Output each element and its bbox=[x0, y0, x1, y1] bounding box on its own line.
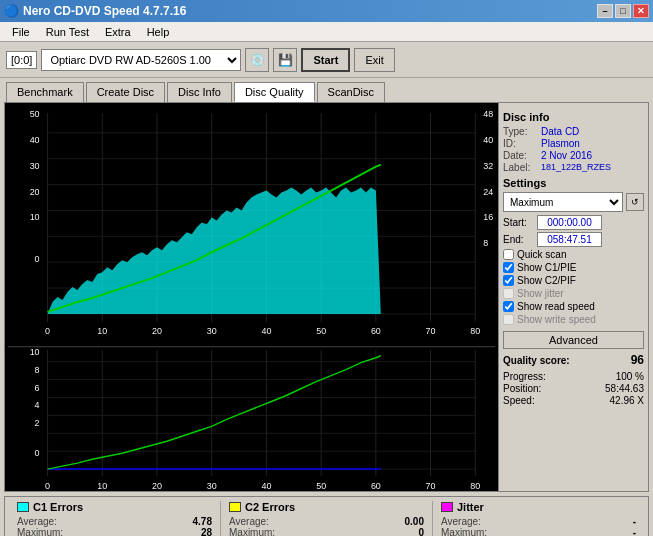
disc-type-row: Type: Data CD bbox=[503, 126, 644, 137]
jitter-max-value: - bbox=[633, 527, 636, 536]
menu-file[interactable]: File bbox=[4, 24, 38, 40]
drive-label: [0:0] bbox=[6, 51, 37, 69]
svg-text:40: 40 bbox=[483, 135, 493, 145]
svg-text:0: 0 bbox=[35, 254, 40, 264]
svg-text:40: 40 bbox=[261, 481, 271, 491]
show-read-speed-row: Show read speed bbox=[503, 301, 644, 312]
c2-avg-value: 0.00 bbox=[405, 516, 424, 527]
settings-refresh-icon[interactable]: ↺ bbox=[626, 193, 644, 211]
end-field-row: End: 058:47.51 bbox=[503, 232, 644, 247]
svg-text:50: 50 bbox=[316, 481, 326, 491]
close-button[interactable]: ✕ bbox=[633, 4, 649, 18]
svg-text:10: 10 bbox=[97, 481, 107, 491]
tab-disc-quality[interactable]: Disc Quality bbox=[234, 82, 315, 102]
show-c1pie-checkbox[interactable] bbox=[503, 262, 514, 273]
advanced-button[interactable]: Advanced bbox=[503, 331, 644, 349]
quality-score-label: Quality score: bbox=[503, 355, 570, 366]
disc-icon-button[interactable]: 💿 bbox=[245, 48, 269, 72]
svg-text:20: 20 bbox=[30, 187, 40, 197]
progress-section: Progress: 100 % Position: 58:44.63 Speed… bbox=[503, 371, 644, 406]
show-c2pif-label: Show C2/PIF bbox=[517, 275, 576, 286]
start-field-value[interactable]: 000:00.00 bbox=[537, 215, 602, 230]
svg-text:30: 30 bbox=[207, 481, 217, 491]
svg-text:6: 6 bbox=[35, 383, 40, 393]
c1-errors-title: C1 Errors bbox=[17, 501, 212, 513]
c1-color-box bbox=[17, 502, 29, 512]
jitter-color-box bbox=[441, 502, 453, 512]
show-c2pif-row: Show C2/PIF bbox=[503, 275, 644, 286]
label-value: 181_122B_RZES bbox=[541, 162, 611, 173]
disc-id-row: ID: Plasmon bbox=[503, 138, 644, 149]
disc-date-row: Date: 2 Nov 2016 bbox=[503, 150, 644, 161]
svg-text:8: 8 bbox=[35, 365, 40, 375]
start-button[interactable]: Start bbox=[301, 48, 350, 72]
svg-text:70: 70 bbox=[426, 481, 436, 491]
c2-errors-group: C2 Errors Average: 0.00 Maximum: 0 Total… bbox=[221, 501, 433, 536]
show-write-speed-row: Show write speed bbox=[503, 314, 644, 325]
chart-area: 50 40 30 20 10 0 48 40 32 24 16 8 0 10 2… bbox=[5, 103, 498, 491]
menu-extra[interactable]: Extra bbox=[97, 24, 139, 40]
disc-info-title: Disc info bbox=[503, 111, 644, 123]
jitter-title: Jitter bbox=[441, 501, 636, 513]
show-c1pie-row: Show C1/PIE bbox=[503, 262, 644, 273]
svg-text:60: 60 bbox=[371, 326, 381, 336]
speed-row: Speed: 42.96 X bbox=[503, 395, 644, 406]
svg-text:40: 40 bbox=[30, 135, 40, 145]
drive-select[interactable]: Optiarc DVD RW AD-5260S 1.00 bbox=[41, 49, 241, 71]
svg-text:24: 24 bbox=[483, 187, 493, 197]
svg-text:50: 50 bbox=[30, 109, 40, 119]
menu-bar: File Run Test Extra Help bbox=[0, 22, 653, 42]
quick-scan-checkbox[interactable] bbox=[503, 249, 514, 260]
svg-text:40: 40 bbox=[261, 326, 271, 336]
right-panel: Disc info Type: Data CD ID: Plasmon Date… bbox=[498, 103, 648, 491]
maximize-button[interactable]: □ bbox=[615, 4, 631, 18]
svg-text:32: 32 bbox=[483, 161, 493, 171]
bottom-stats: C1 Errors Average: 4.78 Maximum: 28 Tota… bbox=[4, 496, 649, 536]
c2-errors-title: C2 Errors bbox=[229, 501, 424, 513]
date-value: 2 Nov 2016 bbox=[541, 150, 592, 161]
title-bar-left: 🔵 Nero CD-DVD Speed 4.7.7.16 bbox=[4, 4, 186, 18]
type-value: Data CD bbox=[541, 126, 579, 137]
menu-help[interactable]: Help bbox=[139, 24, 178, 40]
title-bar: 🔵 Nero CD-DVD Speed 4.7.7.16 – □ ✕ bbox=[0, 0, 653, 22]
svg-text:10: 10 bbox=[97, 326, 107, 336]
svg-text:60: 60 bbox=[371, 481, 381, 491]
app-icon: 🔵 bbox=[4, 4, 19, 18]
type-label: Type: bbox=[503, 126, 539, 137]
speed-value: 42.96 X bbox=[610, 395, 644, 406]
show-write-speed-checkbox[interactable] bbox=[503, 314, 514, 325]
end-field-value[interactable]: 058:47.51 bbox=[537, 232, 602, 247]
speed-label: Speed: bbox=[503, 395, 535, 406]
svg-text:80: 80 bbox=[470, 481, 480, 491]
minimize-button[interactable]: – bbox=[597, 4, 613, 18]
exit-button[interactable]: Exit bbox=[354, 48, 394, 72]
svg-text:50: 50 bbox=[316, 326, 326, 336]
c1-max-row: Maximum: 28 bbox=[17, 527, 212, 536]
c2-max-row: Maximum: 0 bbox=[229, 527, 424, 536]
position-value: 58:44.63 bbox=[605, 383, 644, 394]
svg-text:30: 30 bbox=[30, 161, 40, 171]
c1-avg-value: 4.78 bbox=[193, 516, 212, 527]
menu-run-test[interactable]: Run Test bbox=[38, 24, 97, 40]
tab-benchmark[interactable]: Benchmark bbox=[6, 82, 84, 102]
show-read-speed-checkbox[interactable] bbox=[503, 301, 514, 312]
tab-create-disc[interactable]: Create Disc bbox=[86, 82, 165, 102]
speed-select[interactable]: Maximum bbox=[503, 192, 623, 212]
svg-text:0: 0 bbox=[45, 481, 50, 491]
show-jitter-checkbox[interactable] bbox=[503, 288, 514, 299]
tab-disc-info[interactable]: Disc Info bbox=[167, 82, 232, 102]
c1-errors-group: C1 Errors Average: 4.78 Maximum: 28 Tota… bbox=[9, 501, 221, 536]
show-c2pif-checkbox[interactable] bbox=[503, 275, 514, 286]
jitter-max-row: Maximum: - bbox=[441, 527, 636, 536]
c1-max-value: 28 bbox=[201, 527, 212, 536]
c1-avg-row: Average: 4.78 bbox=[17, 516, 212, 527]
svg-text:20: 20 bbox=[152, 481, 162, 491]
save-icon-button[interactable]: 💾 bbox=[273, 48, 297, 72]
show-write-speed-label: Show write speed bbox=[517, 314, 596, 325]
quality-score-value: 96 bbox=[631, 353, 644, 367]
progress-row: Progress: 100 % bbox=[503, 371, 644, 382]
position-row: Position: 58:44.63 bbox=[503, 383, 644, 394]
date-label: Date: bbox=[503, 150, 539, 161]
svg-text:20: 20 bbox=[152, 326, 162, 336]
tab-scan-disc[interactable]: ScanDisc bbox=[317, 82, 385, 102]
